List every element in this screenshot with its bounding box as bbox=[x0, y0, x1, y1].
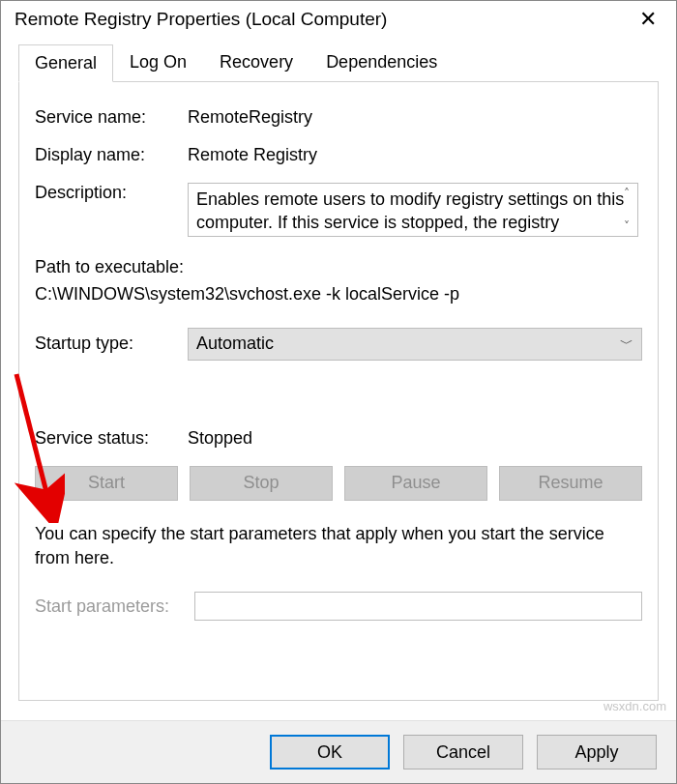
stop-button[interactable]: Stop bbox=[190, 466, 333, 501]
titlebar: Remote Registry Properties (Local Comput… bbox=[1, 1, 676, 44]
description-scrollbar[interactable]: ˄ ˅ bbox=[618, 186, 635, 234]
start-button[interactable]: Start bbox=[35, 466, 178, 501]
scroll-up-icon[interactable]: ˄ bbox=[618, 186, 635, 201]
tab-recovery[interactable]: Recovery bbox=[203, 44, 309, 81]
scroll-down-icon[interactable]: ˅ bbox=[618, 218, 635, 234]
tab-log-on[interactable]: Log On bbox=[113, 44, 203, 81]
tab-content-general: Service name: RemoteRegistry Display nam… bbox=[18, 82, 659, 701]
service-name-label: Service name: bbox=[35, 107, 188, 128]
properties-dialog: Remote Registry Properties (Local Comput… bbox=[0, 0, 677, 784]
display-name-label: Display name: bbox=[35, 145, 188, 165]
path-value: C:\WINDOWS\system32\svchost.exe -k local… bbox=[35, 281, 642, 308]
resume-button[interactable]: Resume bbox=[499, 466, 642, 501]
display-name-value: Remote Registry bbox=[188, 145, 642, 165]
service-status-label: Service status: bbox=[35, 428, 188, 449]
apply-button[interactable]: Apply bbox=[537, 735, 657, 769]
help-text: You can specify the start parameters tha… bbox=[35, 522, 642, 570]
chevron-down-icon: ﹀ bbox=[620, 335, 633, 353]
startup-type-label: Startup type: bbox=[35, 334, 188, 354]
service-status-value: Stopped bbox=[188, 428, 642, 449]
window-title: Remote Registry Properties (Local Comput… bbox=[15, 9, 387, 30]
watermark: wsxdn.com bbox=[603, 699, 666, 713]
ok-button[interactable]: OK bbox=[270, 735, 390, 769]
description-label: Description: bbox=[35, 183, 188, 203]
close-icon[interactable]: ✕ bbox=[633, 9, 662, 30]
tab-strip: General Log On Recovery Dependencies bbox=[18, 44, 659, 82]
startup-type-select[interactable]: Automatic ﹀ bbox=[188, 328, 642, 361]
description-text: Enables remote users to modify registry … bbox=[196, 189, 624, 232]
service-name-value: RemoteRegistry bbox=[188, 107, 642, 128]
start-parameters-input[interactable] bbox=[194, 592, 642, 621]
description-box[interactable]: Enables remote users to modify registry … bbox=[188, 183, 638, 237]
service-control-buttons: Start Stop Pause Resume bbox=[35, 466, 642, 501]
tabs-area: General Log On Recovery Dependencies Ser… bbox=[1, 44, 676, 701]
tab-general[interactable]: General bbox=[18, 44, 113, 82]
cancel-button[interactable]: Cancel bbox=[403, 735, 523, 769]
pause-button[interactable]: Pause bbox=[344, 466, 487, 501]
tab-dependencies[interactable]: Dependencies bbox=[309, 44, 454, 81]
startup-type-value: Automatic bbox=[196, 334, 274, 354]
start-parameters-label: Start parameters: bbox=[35, 596, 169, 617]
dialog-footer: OK Cancel Apply bbox=[1, 720, 676, 783]
path-label: Path to executable: bbox=[35, 254, 642, 281]
